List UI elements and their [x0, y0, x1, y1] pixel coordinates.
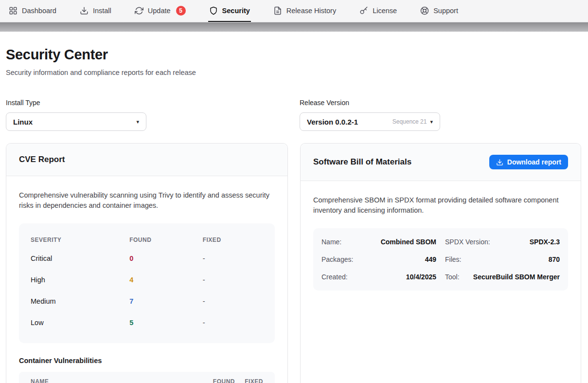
found-column-header: Found: [198, 378, 235, 383]
life-buoy-icon: [420, 6, 429, 15]
nav-item-install[interactable]: Install: [79, 0, 112, 22]
table-row-medium: Medium 7 -: [31, 291, 263, 312]
release-sequence-label: Sequence 21: [392, 118, 427, 125]
release-version-field: Release Version Version 0.0.2-1 Sequence…: [300, 99, 581, 131]
shield-icon: [209, 6, 218, 15]
fixed-column-header: Fixed: [203, 237, 263, 243]
field-value: SPDX-2.3: [530, 238, 560, 246]
refresh-icon: [135, 6, 143, 15]
field-value: 10/4/2025: [406, 273, 436, 281]
sbom-description: Comprehensive SBOM in SPDX format provid…: [313, 195, 568, 216]
field-label: SPDX Version:: [445, 238, 490, 246]
sbom-card: Software Bill of Materials Download repo…: [300, 143, 581, 383]
download-icon: [496, 159, 503, 166]
fixed-count: -: [203, 276, 263, 284]
table-row-low: Low 5 -: [31, 312, 263, 333]
install-type-field: Install Type Linux ▾: [6, 99, 287, 131]
release-version-label: Release Version: [300, 99, 581, 107]
filters-row: Install Type Linux ▾ Release Version Ver…: [6, 99, 581, 131]
nav-item-release-history[interactable]: Release History: [272, 0, 337, 22]
page-subtitle: Security information and compliance repo…: [6, 69, 581, 76]
severity-name: High: [31, 276, 129, 284]
cve-card-body: Comprehensive vulnerability scanning usi…: [6, 176, 287, 383]
dashboard-grid-icon: [9, 6, 18, 15]
update-count-badge: 5: [176, 6, 186, 16]
nav-label-update: Update: [148, 7, 171, 15]
release-version-select[interactable]: Version 0.0.2-1 Sequence 21 ▾: [300, 112, 440, 131]
container-vulnerabilities-title: Container Vulnerabilities: [19, 357, 275, 365]
sbom-field-packages: Packages: 449: [321, 251, 436, 268]
found-column-header: Found: [129, 237, 203, 243]
nav-item-license[interactable]: License: [358, 0, 398, 22]
cve-card-header: CVE Report: [6, 144, 287, 176]
severity-name: Medium: [31, 297, 129, 305]
download-report-button[interactable]: Download report: [489, 155, 568, 169]
release-version-right: Sequence 21 ▾: [392, 118, 433, 125]
fixed-count: -: [203, 319, 263, 327]
name-column-header: Name: [31, 378, 198, 383]
found-count: 5: [129, 319, 203, 327]
sbom-card-title: Software Bill of Materials: [313, 157, 411, 167]
sbom-field-created: Created: 10/4/2025: [321, 268, 436, 286]
field-label: Packages:: [321, 255, 353, 263]
file-text-icon: [273, 6, 282, 15]
nav-label-support: Support: [433, 7, 458, 15]
sbom-card-body: Comprehensive SBOM in SPDX format provid…: [301, 181, 581, 383]
download-icon: [80, 6, 89, 15]
field-label: Created:: [321, 273, 348, 281]
severity-name: Low: [31, 319, 129, 327]
download-report-label: Download report: [507, 158, 561, 166]
report-cards: CVE Report Comprehensive vulnerability s…: [6, 143, 581, 383]
sbom-details-grid: Name: Combined SBOM SPDX Version: SPDX-2…: [313, 228, 568, 291]
sbom-field-spdx-version: SPDX Version: SPDX-2.3: [445, 233, 560, 251]
fixed-count: -: [203, 255, 263, 262]
cve-description: Comprehensive vulnerability scanning usi…: [19, 190, 275, 211]
table-row-high: High 4 -: [31, 269, 263, 291]
install-type-select[interactable]: Linux ▾: [6, 112, 146, 131]
nav-label-license: License: [373, 7, 397, 15]
severity-name: Critical: [31, 255, 129, 262]
field-label: Tool:: [445, 273, 460, 281]
install-type-value: Linux: [13, 118, 33, 126]
table-row-critical: Critical 0 -: [31, 248, 263, 269]
nav-label-release-history: Release History: [286, 7, 336, 15]
found-count: 4: [129, 276, 203, 284]
chevron-down-icon: ▾: [136, 119, 139, 125]
container-vulnerabilities-table-header: Name Found Fixed: [19, 372, 275, 383]
field-value: SecureBuild SBOM Merger: [473, 273, 560, 281]
security-center-page: Security Center Security information and…: [0, 32, 588, 383]
cve-card-title: CVE Report: [19, 155, 65, 164]
top-navigation: Dashboard Install Update 5 Security Rele…: [0, 0, 588, 22]
field-label: Files:: [445, 255, 461, 263]
severity-table: Severity Found Fixed Critical 0 - High 4…: [19, 223, 275, 343]
cve-report-card: CVE Report Comprehensive vulnerability s…: [6, 143, 288, 383]
found-count: 0: [129, 255, 203, 262]
release-version-value: Version 0.0.2-1: [307, 118, 358, 126]
severity-column-header: Severity: [31, 237, 129, 243]
nav-label-dashboard: Dashboard: [22, 7, 56, 15]
severity-table-header: Severity Found Fixed: [31, 232, 263, 248]
nav-item-dashboard[interactable]: Dashboard: [8, 0, 57, 22]
fixed-count: -: [203, 297, 263, 305]
nav-item-support[interactable]: Support: [419, 0, 459, 22]
page-title: Security Center: [6, 47, 581, 63]
sbom-field-name: Name: Combined SBOM: [321, 233, 436, 251]
sbom-field-tool: Tool: SecureBuild SBOM Merger: [445, 268, 560, 286]
content-top-shadow-bar: [0, 22, 588, 32]
sbom-card-header: Software Bill of Materials Download repo…: [301, 144, 581, 181]
fixed-column-header: Fixed: [235, 378, 263, 383]
nav-label-security: Security: [222, 7, 250, 15]
chevron-down-icon: ▾: [430, 119, 433, 125]
install-type-label: Install Type: [6, 99, 287, 107]
found-count: 7: [129, 297, 203, 305]
nav-item-update[interactable]: Update 5: [134, 0, 187, 22]
field-value: Combined SBOM: [381, 238, 436, 246]
field-label: Name:: [321, 238, 341, 246]
sbom-field-files: Files: 870: [445, 251, 560, 268]
nav-label-install: Install: [93, 7, 111, 15]
field-value: 449: [425, 255, 436, 263]
key-icon: [359, 6, 368, 15]
nav-item-security[interactable]: Security: [208, 0, 251, 22]
field-value: 870: [549, 255, 560, 263]
